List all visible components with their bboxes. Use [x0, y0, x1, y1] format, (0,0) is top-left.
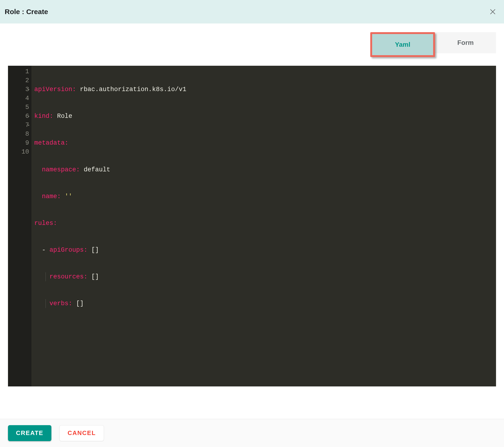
code-editor[interactable]: 1 2 3▸ 4 5 6▸ 7▸ 8 9 10 apiVersion: rbac…	[8, 66, 496, 386]
yaml-key: rules:	[34, 220, 57, 227]
indent-guide	[46, 272, 46, 281]
yaml-value: []	[91, 273, 99, 280]
yaml-key: kind:	[34, 113, 53, 120]
yaml-key: namespace:	[42, 166, 80, 173]
fold-marker-icon[interactable]: ▸	[27, 112, 30, 121]
line-number: 9	[9, 138, 29, 148]
yaml-key: apiGroups:	[50, 246, 88, 254]
cancel-button[interactable]: CANCEL	[59, 425, 104, 441]
yaml-key: resources:	[50, 273, 88, 280]
yaml-value: default	[84, 166, 110, 173]
line-number: 3▸	[9, 85, 29, 94]
tab-group: Yaml Form	[370, 32, 496, 57]
yaml-value: ''	[65, 193, 72, 200]
tab-yaml-highlight: Yaml	[370, 32, 435, 57]
yaml-key: name:	[42, 193, 61, 200]
line-number: 5	[9, 103, 29, 112]
line-number: 1	[9, 67, 29, 76]
line-number: 4	[9, 94, 29, 103]
line-number-gutter: 1 2 3▸ 4 5 6▸ 7▸ 8 9 10	[8, 66, 32, 386]
close-icon[interactable]	[488, 7, 497, 16]
indent-guide	[46, 299, 46, 308]
yaml-value: rbac.authorization.k8s.io/v1	[80, 86, 186, 93]
tab-form[interactable]: Form	[435, 32, 496, 53]
yaml-editor: 1 2 3▸ 4 5 6▸ 7▸ 8 9 10 apiVersion: rbac…	[8, 66, 496, 386]
tab-yaml[interactable]: Yaml	[372, 34, 433, 55]
code-area[interactable]: apiVersion: rbac.authorization.k8s.io/v1…	[32, 66, 496, 386]
yaml-value: []	[76, 300, 84, 307]
dialog-footer: CREATE CANCEL	[0, 419, 504, 447]
line-number: 8	[9, 130, 29, 138]
yaml-key: verbs:	[50, 300, 72, 307]
fold-marker-icon[interactable]: ▸	[27, 121, 30, 130]
line-number: 2	[9, 76, 29, 85]
dialog-header: Role : Create	[0, 0, 504, 23]
tab-bar: Yaml Form	[0, 23, 504, 66]
yaml-dash: -	[42, 246, 49, 254]
yaml-key: metadata:	[34, 139, 69, 147]
yaml-key: apiVersion:	[34, 86, 76, 93]
dialog-title: Role : Create	[5, 8, 48, 16]
line-number: 6▸	[9, 112, 29, 121]
line-number: 7▸	[9, 121, 29, 130]
create-button[interactable]: CREATE	[8, 425, 51, 441]
yaml-value: Role	[57, 113, 72, 120]
line-number: 10	[9, 148, 29, 156]
fold-marker-icon[interactable]: ▸	[27, 85, 30, 94]
yaml-value: []	[91, 246, 99, 254]
